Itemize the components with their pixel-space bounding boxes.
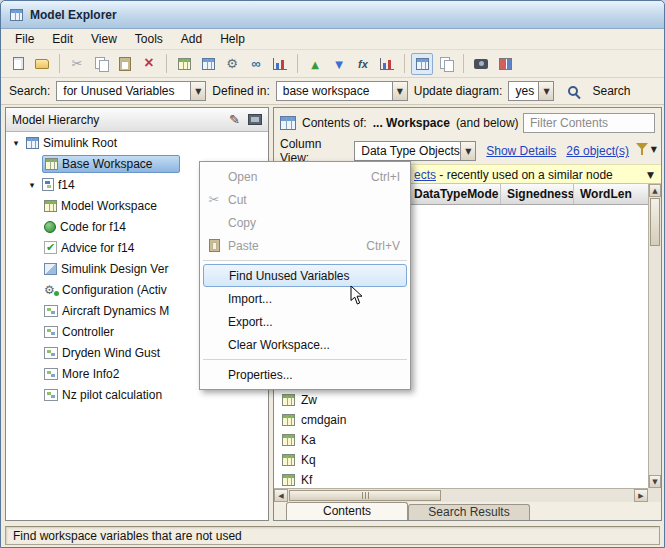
context-menu-item-copy[interactable]: Copy — [200, 211, 410, 234]
selected-row-highlight: Base Workspace — [42, 155, 180, 173]
copy-button[interactable] — [90, 53, 112, 75]
engine-gear-button[interactable] — [221, 53, 243, 75]
context-menu-item-clear-workspace[interactable]: Clear Workspace... — [200, 333, 410, 356]
menu-file[interactable]: File — [6, 29, 43, 49]
menu-add[interactable]: Add — [172, 29, 211, 49]
tree-label: f14 — [58, 178, 75, 192]
menu-help[interactable]: Help — [211, 29, 254, 49]
tree-label: Configuration (Activ — [62, 283, 167, 297]
context-menu-item-properties[interactable]: Properties... — [200, 363, 410, 386]
column-view-combo[interactable]: Data Type Objects ▼ — [354, 141, 476, 161]
vertical-scroll-thumb[interactable] — [650, 198, 660, 246]
search-type-combo[interactable]: for Unused Variables ▼ — [56, 81, 206, 101]
defined-in-value: base workspace — [277, 82, 392, 100]
table-row-ka[interactable]: Ka — [274, 430, 648, 450]
bar-chart-button[interactable] — [376, 53, 398, 75]
table-row-zw[interactable]: Zw — [274, 390, 648, 410]
expand-arrow-icon[interactable] — [10, 138, 22, 148]
menu-view[interactable]: View — [82, 29, 126, 49]
data-table-icon — [202, 58, 215, 70]
filter-contents-input[interactable] — [523, 113, 655, 133]
expand-arrow-icon[interactable] — [26, 180, 38, 190]
update-diagram-combo[interactable]: yes ▼ — [508, 81, 554, 101]
search-go-button[interactable] — [560, 80, 586, 102]
horizontal-scrollbar[interactable]: ◀ ▶ — [274, 488, 648, 502]
context-menu-item-open[interactable]: Open Ctrl+I — [200, 165, 410, 188]
slide-view-icon[interactable] — [248, 114, 262, 125]
copy-icon — [95, 57, 108, 70]
horizontal-scroll-thumb[interactable] — [289, 490, 441, 501]
model-hierarchy-header: Model Hierarchy — [6, 108, 268, 132]
scroll-down-arrow[interactable]: ▼ — [649, 475, 661, 488]
link-library-button[interactable] — [245, 53, 267, 75]
column-header-datatypemode[interactable]: DataTypeMode — [408, 184, 501, 204]
export-up-button[interactable] — [304, 53, 326, 75]
workspace-table-icon — [178, 58, 191, 70]
toolbar-separator — [59, 54, 60, 73]
vertical-scrollbar[interactable]: ▲ ▼ — [648, 184, 661, 488]
thumb-grip — [365, 492, 366, 499]
toolbar — [1, 50, 664, 78]
title-bar[interactable]: Model Explorer — [1, 1, 664, 29]
menu-edit[interactable]: Edit — [43, 29, 82, 49]
app-icon — [10, 9, 23, 21]
tree-label: Simulink Root — [43, 136, 117, 150]
clipboard-icon — [205, 239, 223, 252]
object-count-link[interactable]: 26 object(s) — [566, 144, 629, 158]
table-row-kf[interactable]: Kf — [274, 470, 648, 488]
split-view-button[interactable] — [435, 53, 457, 75]
paste-icon — [119, 57, 131, 71]
snapshot-button[interactable] — [470, 53, 492, 75]
variable-name: Ka — [301, 433, 316, 447]
defined-in-label: Defined in: — [212, 84, 269, 98]
scroll-left-arrow[interactable]: ◀ — [274, 489, 288, 502]
advice-check-icon — [44, 241, 57, 254]
defined-in-combo[interactable]: base workspace ▼ — [276, 81, 408, 101]
new-model-icon — [13, 57, 24, 70]
chevron-down-icon[interactable]: ▼ — [460, 142, 475, 160]
delete-button[interactable] — [138, 53, 160, 75]
data-table-button[interactable] — [197, 53, 219, 75]
scroll-right-arrow[interactable]: ▶ — [634, 489, 648, 502]
column-header-signedness[interactable]: Signedness — [501, 184, 574, 204]
column-header-wordlen[interactable]: WordLen — [574, 184, 648, 204]
edit-pencil-icon[interactable] — [229, 112, 240, 127]
context-menu-item-export[interactable]: Export... — [200, 310, 410, 333]
tree-label: Nz pilot calculation — [62, 388, 162, 402]
context-menu-item-import[interactable]: Import... — [200, 287, 410, 310]
cut-icon — [72, 56, 83, 71]
chart-button[interactable] — [269, 53, 291, 75]
context-menu-item-paste[interactable]: Paste Ctrl+V — [200, 234, 410, 257]
context-menu-item-find-unused-variables[interactable]: Find Unused Variables — [203, 264, 407, 287]
tree-label: Dryden Wind Gust — [62, 346, 160, 360]
tree-item-simulink-root[interactable]: Simulink Root — [6, 132, 268, 153]
filter-options-button[interactable]: ▼ — [636, 142, 657, 156]
contents-table-icon — [280, 116, 296, 130]
table-row-cmdgain[interactable]: cmdgain — [274, 410, 648, 430]
suggestion-link-fragment[interactable]: ects — [414, 168, 436, 182]
chevron-down-icon[interactable]: ▼ — [538, 82, 553, 100]
delete-icon — [144, 57, 153, 71]
cut-button[interactable] — [66, 53, 88, 75]
chevron-down-icon[interactable]: ▼ — [392, 82, 407, 100]
banner-chevron-down-icon[interactable]: ▼ — [647, 170, 654, 180]
show-details-link[interactable]: Show Details — [486, 144, 556, 158]
function-button[interactable] — [352, 53, 374, 75]
paste-button[interactable] — [114, 53, 136, 75]
colored-grid-button[interactable] — [494, 53, 516, 75]
toolbar-separator — [297, 54, 298, 73]
model-explorer-window: Model Explorer File Edit View Tools Add … — [0, 0, 665, 548]
table-view-button[interactable] — [411, 53, 433, 75]
workspace-table-button[interactable] — [173, 53, 195, 75]
scroll-up-arrow[interactable]: ▲ — [649, 184, 661, 197]
menu-tools[interactable]: Tools — [126, 29, 172, 49]
open-button[interactable] — [31, 53, 53, 75]
chevron-down-icon[interactable]: ▼ — [190, 82, 205, 100]
tab-search-results[interactable]: Search Results — [408, 504, 530, 520]
context-menu-item-cut[interactable]: Cut — [200, 188, 410, 211]
table-row-kq[interactable]: Kq — [274, 450, 648, 470]
workspace-grid-icon — [44, 200, 57, 212]
import-down-button[interactable] — [328, 53, 350, 75]
new-model-button[interactable] — [7, 53, 29, 75]
tab-contents[interactable]: Contents — [286, 502, 408, 520]
